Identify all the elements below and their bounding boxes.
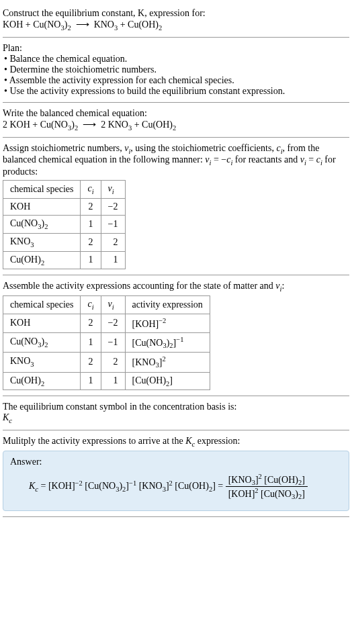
plan-section: Plan: • Balance the chemical equation. •…: [3, 38, 349, 103]
stoich-section: Assign stoichiometric numbers, νi, using…: [3, 138, 349, 276]
cell-nui: −1: [101, 215, 125, 233]
table-row: KNO3 2 2 [KNO3]2: [3, 353, 210, 372]
table-row: Cu(OH)2 1 1: [3, 251, 126, 269]
col-activity: activity expression: [125, 296, 210, 314]
cell-nui: 1: [101, 251, 125, 269]
balanced-section: Write the balanced chemical equation: 2 …: [3, 103, 349, 138]
balanced-intro: Write the balanced chemical equation:: [3, 108, 349, 119]
col-ci: ci: [81, 296, 101, 314]
stoich-intro-d: for reactants and: [232, 154, 300, 165]
activity-section: Assemble the activity expressions accoun…: [3, 275, 349, 396]
cell-ci: 1: [81, 215, 101, 233]
table-row: Cu(OH)2 1 1 [Cu(OH)2]: [3, 372, 210, 390]
activity-intro-a: Assemble the activity expressions accoun…: [3, 281, 275, 291]
cell-species: Cu(NO3)2: [3, 215, 81, 233]
answer-equation: Kc = [KOH]−2 [Cu(NO3)2]−1 [KNO3]2 [Cu(OH…: [10, 473, 342, 501]
table-header-row: chemical species ci νi activity expressi…: [3, 296, 210, 314]
cell-species: Cu(OH)2: [3, 251, 81, 269]
final-intro-a: Mulitply the activity expressions to arr…: [3, 436, 185, 446]
table-row: KOH 2 −2: [3, 198, 126, 215]
final-intro-b: expression:: [195, 436, 240, 446]
cell-ci: 1: [81, 251, 101, 269]
final-section: Mulitply the activity expressions to arr…: [3, 430, 349, 517]
stoich-table: chemical species ci νi KOH 2 −2 Cu(NO3)2…: [3, 180, 126, 269]
symbol-intro: The equilibrium constant symbol in the c…: [3, 402, 349, 412]
fraction-numerator: [KNO3]2 [Cu(OH)2]: [226, 473, 308, 487]
cell-activity: [KNO3]2: [125, 353, 210, 372]
final-intro: Mulitply the activity expressions to arr…: [3, 436, 349, 448]
plan-bullet-4: • Use the activity expressions to build …: [3, 86, 349, 97]
cell-ci: 2: [81, 198, 101, 215]
cell-nui: 2: [101, 353, 125, 372]
answer-box: Answer: Kc = [KOH]−2 [Cu(NO3)2]−1 [KNO3]…: [3, 451, 349, 511]
fraction-denominator: [KOH]2 [Cu(NO3)2]: [226, 487, 308, 500]
problem-intro-text-a: Construct the equilibrium constant, K, e…: [3, 8, 206, 18]
cell-activity: [KOH]−2: [125, 314, 210, 332]
col-species: chemical species: [3, 296, 81, 314]
cell-species: Cu(NO3)2: [3, 332, 81, 352]
table-row: Cu(NO3)2 1 −1 [Cu(NO3)2]−1: [3, 332, 210, 352]
cell-activity: [Cu(OH)2]: [125, 372, 210, 390]
fraction: [KNO3]2 [Cu(OH)2] [KOH]2 [Cu(NO3)2]: [226, 473, 308, 501]
table-header-row: chemical species ci νi: [3, 181, 126, 199]
col-nui: νi: [101, 181, 125, 199]
plan-bullet-1: • Balance the chemical equation.: [3, 54, 349, 64]
balanced-equation: 2 KOH + Cu(NO3)2 ⟶ 2 KNO3 + Cu(OH)2: [3, 119, 349, 132]
cell-species: KOH: [3, 198, 81, 215]
col-species: chemical species: [3, 181, 81, 199]
cell-nui: −2: [101, 198, 125, 215]
stoich-intro: Assign stoichiometric numbers, νi, using…: [3, 143, 349, 178]
cell-activity: [Cu(NO3)2]−1: [125, 332, 210, 352]
problem-statement: Construct the equilibrium constant, K, e…: [3, 3, 349, 38]
cell-species: KNO3: [3, 353, 81, 372]
kc-symbol: Kc: [3, 412, 349, 424]
cell-nui: 1: [101, 372, 125, 390]
cell-nui: 2: [101, 233, 125, 251]
table-row: Cu(NO3)2 1 −1: [3, 215, 126, 233]
plan-bullet-2: • Determine the stoichiometric numbers.: [3, 64, 349, 75]
activity-table: chemical species ci νi activity expressi…: [3, 295, 210, 390]
cell-nui: −1: [101, 332, 125, 352]
cell-species: KNO3: [3, 233, 81, 251]
stoich-intro-b: , using the stoichiometric coefficients,: [130, 143, 276, 153]
activity-intro-b: :: [281, 281, 284, 291]
col-ci: ci: [81, 181, 101, 199]
table-row: KOH 2 −2 [KOH]−2: [3, 314, 210, 332]
cell-ci: 2: [81, 233, 101, 251]
symbol-section: The equilibrium constant symbol in the c…: [3, 396, 349, 430]
cell-species: KOH: [3, 314, 81, 332]
cell-species: Cu(OH)2: [3, 372, 81, 390]
plan-heading: Plan:: [3, 43, 349, 54]
unbalanced-equation: KOH + Cu(NO3)2 ⟶ KNO3 + Cu(OH)2: [3, 19, 349, 32]
activity-intro: Assemble the activity expressions accoun…: [3, 281, 349, 293]
plan-bullet-3: • Assemble the activity expression for e…: [3, 75, 349, 86]
stoich-intro-a: Assign stoichiometric numbers,: [3, 143, 124, 153]
problem-intro: Construct the equilibrium constant, K, e…: [3, 8, 349, 19]
answer-label: Answer:: [10, 457, 342, 467]
cell-ci: 2: [81, 314, 101, 332]
cell-ci: 2: [81, 353, 101, 372]
table-row: KNO3 2 2: [3, 233, 126, 251]
cell-nui: −2: [101, 314, 125, 332]
cell-ci: 1: [81, 372, 101, 390]
cell-ci: 1: [81, 332, 101, 352]
col-nui: νi: [101, 296, 125, 314]
